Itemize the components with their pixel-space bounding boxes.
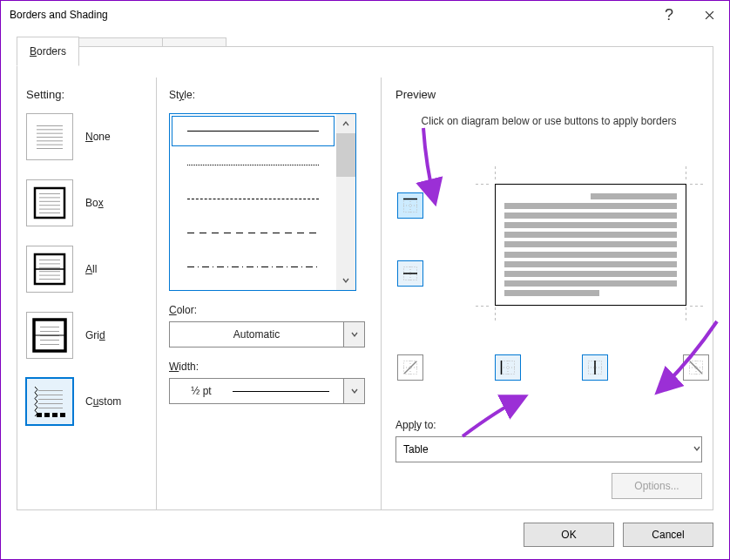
setting-none-label: None [85,131,111,143]
width-sample-line [233,391,329,392]
titlebar: Borders and Shading ? [1,1,729,29]
setting-heading: Setting: [26,88,149,101]
style-listbox[interactable] [169,113,356,291]
style-dotted[interactable] [170,148,336,182]
setting-none[interactable] [26,113,73,160]
setting-custom[interactable] [26,378,73,425]
tab-borders[interactable]: Borders [17,37,79,66]
style-scrollbar[interactable] [336,114,355,290]
close-button[interactable] [689,2,729,28]
style-dash-dot[interactable] [170,250,336,284]
dialog-body: Setting: None Box All Grid [17,46,713,510]
options-button: Options... [612,473,702,499]
chevron-down-icon [343,379,364,403]
scroll-up-button[interactable] [336,114,355,133]
setting-box-label: Box [85,197,104,209]
color-value: Automatic [170,328,343,341]
style-dashed-short[interactable] [170,182,336,216]
borders-shading-dialog: Borders and Shading ? Borders Page Borde… [0,0,730,560]
width-label: Width: [169,360,372,373]
border-left-button[interactable] [495,354,521,381]
apply-to-value: Table [396,443,693,455]
width-value: ½ pt [170,385,233,397]
border-v-mid-button[interactable] [582,354,608,381]
chevron-down-icon [343,322,364,347]
close-icon [705,10,714,20]
setting-all-label: All [85,263,97,275]
border-diag-1-button[interactable] [397,354,423,381]
help-button[interactable]: ? [649,2,689,28]
apply-to-label: Apply to: [395,418,702,431]
color-dropdown[interactable]: Automatic [169,321,365,347]
style-dashed[interactable] [170,216,336,250]
setting-grid[interactable] [26,312,73,359]
border-diag-2-button[interactable] [683,354,709,381]
ok-button[interactable]: OK [524,523,614,547]
apply-to-dropdown[interactable]: Table [395,436,702,462]
border-h-mid-button[interactable] [397,260,423,287]
style-solid[interactable] [170,114,336,148]
border-top-button[interactable] [397,192,423,219]
scroll-thumb[interactable] [336,133,355,177]
color-label: Color: [169,303,372,316]
chevron-down-icon [693,443,701,455]
preview-heading: Preview [395,88,702,101]
setting-custom-label: Custom [85,395,121,408]
preview-hint: Click on diagram below or use buttons to… [395,113,702,129]
style-heading: Style: [169,88,372,101]
setting-box[interactable] [26,179,73,226]
setting-grid-label: Grid [85,329,105,341]
dialog-title: Borders and Shading [10,9,108,21]
cancel-button[interactable]: Cancel [623,523,713,547]
setting-all[interactable] [26,246,73,293]
dialog-footer: OK Cancel [524,523,713,547]
preview-diagram[interactable] [476,173,706,316]
scroll-down-button[interactable] [336,271,355,290]
width-dropdown[interactable]: ½ pt [169,378,365,404]
